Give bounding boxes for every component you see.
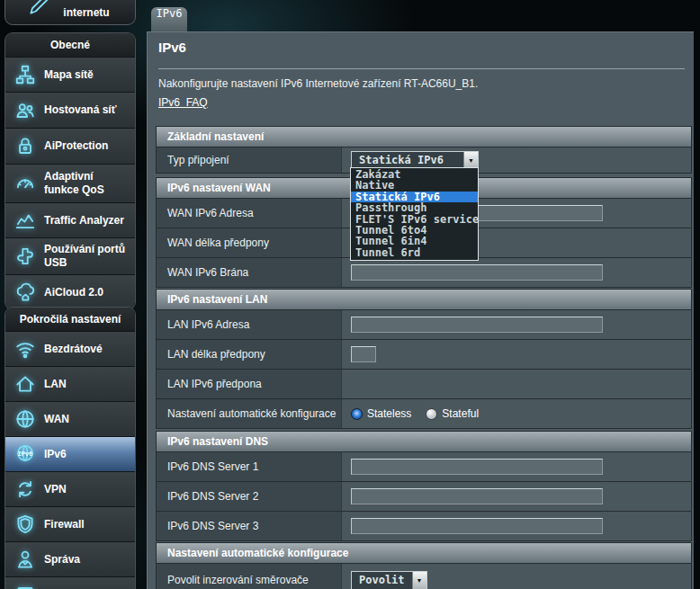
wifi-icon: [11, 337, 40, 361]
sidebar-item-aicloud[interactable]: AiCloud 2.0: [5, 274, 135, 309]
faq-link[interactable]: IPv6 FAQ: [158, 96, 208, 109]
hosted-network-icon: [11, 99, 40, 122]
row-autoconfig-mode: Nastavení automatické konfigurace Statel…: [157, 398, 691, 428]
qis-button[interactable]: internetu: [4, 0, 136, 25]
ra-dropdown-arrow-icon: ▼: [412, 572, 426, 589]
option-tunnel-6in4[interactable]: Tunnel 6in4: [351, 236, 478, 246]
lan-ipv6-address-input[interactable]: [351, 317, 603, 333]
page-description: Nakonfigurujte nastavení IPv6 Internetov…: [158, 77, 478, 90]
shield-icon: [11, 513, 40, 536]
lan-ipv6-prefix-value: [342, 370, 691, 398]
sidebar-item-traffic-analyzer[interactable]: Traffic Analyzer: [5, 202, 135, 237]
page-title: IPv6: [158, 40, 186, 55]
sidebar-item-network-map[interactable]: Mapa sítě: [5, 57, 135, 92]
option-flets-ipv6-service[interactable]: FLET'S IPv6 service: [351, 214, 478, 225]
main-area: IPv6 IPv6 Nakonfigurujte nastavení IPv6 …: [144, 0, 700, 589]
row-lan-ipv6-prefix: LAN IPv6 předpona: [157, 369, 691, 398]
divider: [158, 68, 685, 69]
sidebar-item-vpn[interactable]: VPN: [5, 471, 135, 506]
sidebar-item-wireless[interactable]: Bezdrátové: [5, 331, 135, 366]
qis-button-label: internetu: [41, 6, 131, 19]
screen: internetu Obecné Mapa sítě Hostovaná síť…: [0, 0, 700, 589]
row-wan-ipv6-gateway: WAN IPv6 Brána: [157, 257, 691, 287]
radio-stateless-label: Stateless: [367, 407, 411, 420]
row-dns-server-1: IPv6 DNS Server 1: [157, 451, 691, 481]
router-advertisement-select[interactable]: Povolit ▼: [351, 571, 427, 589]
option-zakazat[interactable]: Zakázat: [351, 169, 478, 180]
gauge-icon: [11, 172, 40, 195]
radio-stateless[interactable]: [351, 408, 363, 420]
content-panel: IPv6 Nakonfigurujte nastavení IPv6 Inter…: [147, 31, 694, 589]
section-header-autoconfig: Nastavení automatické konfigurace: [157, 543, 691, 563]
vpn-arrows-icon: [11, 477, 40, 501]
document-icon: [11, 583, 40, 589]
sidebar-group-header-advanced: Pokročilá nastavení: [5, 308, 135, 331]
network-map-icon: [11, 63, 40, 86]
option-tunnel-6rd[interactable]: Tunnel 6rd: [351, 247, 478, 258]
dns-server-2-input[interactable]: [351, 488, 603, 504]
lan-prefix-length-input[interactable]: [351, 346, 376, 362]
sidebar-item-hosted-network[interactable]: Hostovaná síť: [5, 92, 135, 128]
sidebar-item-ipv6[interactable]: IPv6 IPv6: [5, 436, 135, 471]
sidebar-group-advanced: Pokročilá nastavení Bezdrátové LAN WAN I…: [4, 307, 136, 589]
row-dns-server-3: IPv6 DNS Server 3: [157, 511, 691, 540]
sidebar-item-qos[interactable]: Adaptivní funkce QoS: [5, 164, 135, 202]
section-header-dns: IPv6 nastavení DNS: [157, 432, 691, 451]
row-dns-server-2: IPv6 DNS Server 2: [157, 481, 691, 511]
sidebar-item-administration[interactable]: Správa: [5, 541, 135, 576]
section-header-lan: IPv6 nastavení LAN: [157, 290, 691, 309]
row-router-advertisement: Povolit inzerování směrovače Povolit ▼: [157, 563, 691, 589]
cloud-icon: [11, 281, 40, 304]
house-icon: [11, 372, 40, 396]
ipv6-globe-icon: IPv6: [11, 442, 40, 466]
connection-type-select-value: Statická IPv6: [352, 152, 463, 169]
sidebar: internetu Obecné Mapa sítě Hostovaná síť…: [0, 0, 144, 589]
option-native[interactable]: Native: [351, 180, 478, 191]
row-lan-prefix-length: LAN délka předpony: [157, 339, 691, 369]
table-dns-settings: IPv6 nastavení DNS IPv6 DNS Server 1 IPv…: [156, 431, 692, 541]
dns-server-1-input[interactable]: [351, 459, 603, 475]
wan-ipv6-gateway-input[interactable]: [351, 264, 603, 281]
globe-icon: [11, 407, 40, 431]
connection-type-dropdown: Zakázat Native Statická IPv6 Passthrough…: [350, 167, 479, 261]
sidebar-item-usb[interactable]: Používání portů USB: [5, 237, 135, 274]
row-lan-ipv6-address: LAN IPv6 Adresa: [157, 309, 691, 339]
table-router-advertisement: Nastavení automatické konfigurace Povoli…: [156, 542, 692, 589]
option-passthrough[interactable]: Passthrough: [351, 202, 478, 213]
tab-ipv6[interactable]: IPv6: [151, 7, 187, 31]
radio-stateful[interactable]: [426, 408, 437, 420]
sidebar-item-wan[interactable]: WAN: [5, 401, 135, 436]
row-label-connection-type: Typ připojení: [157, 147, 342, 173]
radio-stateful-label: Stateful: [442, 407, 479, 420]
sidebar-group-general: Obecné Mapa sítě Hostovaná síť AiProtect…: [4, 32, 136, 310]
section-header-basic: Základní nastavení: [157, 127, 691, 147]
sidebar-group-header-general: Obecné: [5, 33, 135, 57]
chart-icon: [11, 209, 40, 232]
table-lan-settings: IPv6 nastavení LAN LAN IPv6 Adresa LAN d…: [156, 289, 692, 429]
puzzle-icon: [11, 245, 40, 268]
svg-text:IPv6: IPv6: [18, 450, 33, 458]
sidebar-item-aiprotection[interactable]: AiProtection: [5, 128, 135, 164]
dropdown-arrow-icon: ▼: [463, 152, 478, 169]
dns-server-3-input[interactable]: [351, 518, 603, 534]
person-icon: [11, 548, 40, 571]
router-advertisement-select-value: Povolit: [352, 572, 412, 589]
sidebar-item-firewall[interactable]: Firewall: [5, 506, 135, 541]
sidebar-item-system-log[interactable]: Systémový: [5, 576, 135, 589]
option-staticka-ipv6[interactable]: Statická IPv6: [351, 192, 478, 202]
option-tunnel-6to4[interactable]: Tunnel 6to4: [351, 225, 478, 236]
sidebar-item-lan[interactable]: LAN: [5, 366, 135, 401]
lock-icon: [11, 135, 40, 158]
